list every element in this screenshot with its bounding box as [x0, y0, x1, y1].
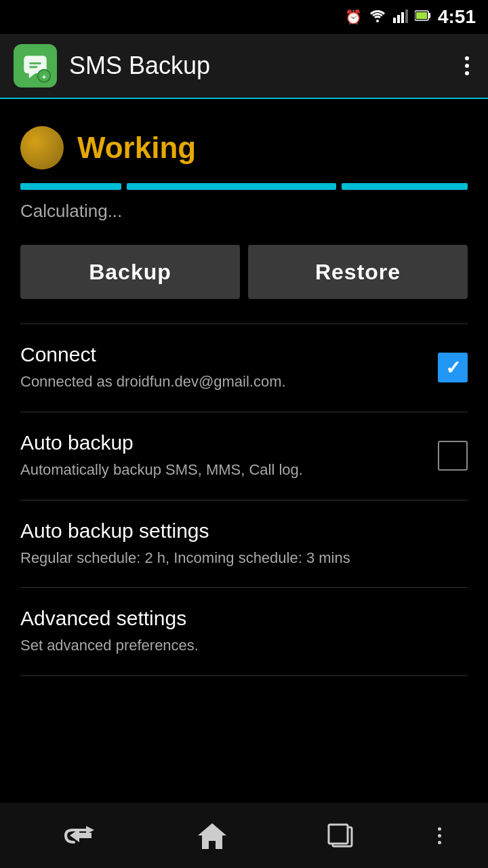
- auto-backup-checkbox-unchecked: [438, 441, 468, 471]
- progress-segment-1: [20, 183, 121, 190]
- connect-checkbox[interactable]: [438, 353, 468, 382]
- svg-rect-6: [428, 13, 430, 18]
- nav-bar: [0, 803, 488, 868]
- recents-button[interactable]: [310, 814, 371, 857]
- nav-dot-1: [438, 827, 441, 831]
- restore-button[interactable]: Restore: [248, 245, 468, 299]
- status-time: 4:51: [438, 6, 476, 28]
- connect-content: Connect Connected as droidfun.dev@gmail.…: [20, 343, 427, 393]
- auto-backup-settings-subtitle: Regular schedule: 2 h, Incoming schedule…: [20, 548, 468, 569]
- connect-subtitle: Connected as droidfun.dev@gmail.com.: [20, 372, 427, 393]
- status-bar: ⏰ 4:5: [0, 0, 488, 34]
- advanced-settings-content: Advanced settings Set advanced preferenc…: [20, 607, 468, 656]
- battery-icon: [415, 9, 431, 25]
- app-icon: +: [14, 44, 57, 87]
- back-button[interactable]: [47, 816, 115, 854]
- advanced-settings-title: Advanced settings: [20, 607, 468, 630]
- main-content: Working Calculating... Backup Restore Co…: [0, 99, 488, 690]
- overflow-dot-2: [465, 64, 469, 68]
- advanced-settings-subtitle: Set advanced preferences.: [20, 635, 468, 656]
- auto-backup-content: Auto backup Automatically backup SMS, MM…: [20, 431, 427, 481]
- settings-list: Connect Connected as droidfun.dev@gmail.…: [20, 323, 468, 676]
- svg-rect-1: [393, 18, 396, 23]
- auto-backup-setting[interactable]: Auto backup Automatically backup SMS, MM…: [20, 412, 468, 500]
- backup-button[interactable]: Backup: [20, 245, 240, 299]
- svg-rect-3: [401, 12, 404, 23]
- nav-overflow-button[interactable]: [438, 827, 441, 844]
- svg-rect-2: [397, 15, 400, 23]
- nav-dot-3: [438, 841, 441, 844]
- status-icons: ⏰ 4:5: [345, 6, 476, 28]
- alarm-icon: ⏰: [345, 9, 362, 25]
- nav-dot-2: [438, 834, 441, 837]
- svg-point-0: [376, 20, 379, 22]
- calculating-text: Calculating...: [20, 201, 468, 222]
- connect-title: Connect: [20, 343, 427, 366]
- svg-rect-14: [329, 825, 348, 844]
- home-button[interactable]: [182, 814, 243, 857]
- app-title: SMS Backup: [69, 52, 460, 80]
- auto-backup-checkbox[interactable]: [438, 441, 468, 471]
- signal-icon: [393, 8, 408, 26]
- progress-bar: [20, 183, 468, 190]
- action-buttons: Backup Restore: [20, 245, 468, 299]
- overflow-menu-button[interactable]: [460, 51, 474, 81]
- auto-backup-subtitle: Automatically backup SMS, MMS, Call log.: [20, 460, 427, 481]
- wifi-icon: [369, 8, 386, 26]
- progress-segment-2: [127, 183, 337, 190]
- connect-setting[interactable]: Connect Connected as droidfun.dev@gmail.…: [20, 324, 468, 412]
- working-indicator: [20, 126, 64, 170]
- app-bar: + SMS Backup: [0, 34, 488, 99]
- auto-backup-settings-item[interactable]: Auto backup settings Regular schedule: 2…: [20, 500, 468, 589]
- auto-backup-title: Auto backup: [20, 431, 427, 454]
- working-header: Working: [20, 126, 468, 170]
- overflow-dot-1: [465, 56, 469, 60]
- auto-backup-settings-title: Auto backup settings: [20, 519, 468, 542]
- svg-marker-12: [198, 823, 226, 849]
- auto-backup-settings-content: Auto backup settings Regular schedule: 2…: [20, 519, 468, 569]
- progress-segment-3: [342, 183, 468, 190]
- overflow-dot-3: [465, 71, 469, 75]
- advanced-settings-item[interactable]: Advanced settings Set advanced preferenc…: [20, 588, 468, 676]
- svg-rect-7: [416, 12, 427, 19]
- svg-rect-4: [405, 9, 408, 23]
- working-status: Working: [77, 131, 196, 165]
- connect-checkbox-checked: [438, 353, 468, 382]
- svg-text:+: +: [42, 73, 47, 81]
- working-section: Working Calculating...: [20, 113, 468, 245]
